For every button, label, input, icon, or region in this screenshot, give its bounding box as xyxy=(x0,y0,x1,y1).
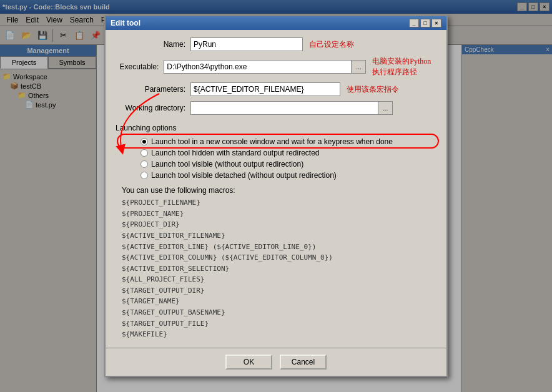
radio-unselected-2 xyxy=(140,160,148,168)
macro-item-5: ${ACTIVE_EDITOR_COLUMN} (${ACTIVE_EDITOR… xyxy=(122,252,436,263)
macro-item-2: ${PROJECT_DIR} xyxy=(122,219,436,230)
cancel-button[interactable]: Cancel xyxy=(280,355,327,370)
macro-item-3: ${ACTIVE_EDITOR_FILENAME} xyxy=(122,230,436,242)
parameters-label: Parameters: xyxy=(116,85,190,94)
macro-item-4: ${ACTIVE_EDITOR_LINE} (${ACTIVE_EDITOR_L… xyxy=(122,242,436,253)
ok-button[interactable]: OK xyxy=(225,355,272,370)
working-dir-input-group: ... xyxy=(190,101,436,115)
parameters-input[interactable] xyxy=(190,82,340,96)
name-input[interactable] xyxy=(190,37,303,51)
name-annotation: 自己设定名称 xyxy=(309,39,354,50)
name-label: Name: xyxy=(116,40,190,49)
radio-unselected-3 xyxy=(140,172,148,179)
name-row: Name: 自己设定名称 xyxy=(116,37,436,51)
dialog-title-text: Edit tool xyxy=(111,19,140,27)
macro-item-12: ${MAKEFILE} xyxy=(122,329,436,340)
working-dir-row: Working directory: ... xyxy=(116,101,436,115)
dialog-title-bar: Edit tool _ □ × xyxy=(106,16,446,30)
radio-unselected-1 xyxy=(140,149,148,157)
macro-item-1: ${PROJECT_NAME} xyxy=(122,208,436,220)
radio-label-3: Launch tool visible detached (without ou… xyxy=(151,171,337,180)
radio-label-2: Launch tool visible (without output redi… xyxy=(151,160,303,169)
executable-input[interactable] xyxy=(164,60,351,74)
executable-annotation: 电脑安装的Python执行程序路径 xyxy=(372,56,436,77)
macro-item-11: ${TARGET_OUTPUT_FILE} xyxy=(122,318,436,330)
dialog-footer: OK Cancel xyxy=(106,348,446,376)
dialog-maximize[interactable]: □ xyxy=(420,19,430,27)
parameters-row: Parameters: 使用该条宏指令 xyxy=(116,82,436,96)
working-dir-input[interactable] xyxy=(190,101,378,115)
macro-item-7: ${ALL_PROJECT_FILES} xyxy=(122,274,436,285)
main-window: *test.py - Code::Blocks svn build _ □ × … xyxy=(0,0,552,392)
macros-title: You can use the following macros: xyxy=(122,186,436,195)
executable-input-group: ... xyxy=(164,60,366,74)
macros-section: You can use the following macros: ${PROJ… xyxy=(116,186,436,340)
macro-item-6: ${ACTIVE_EDITOR_SELECTION} xyxy=(122,263,436,275)
dialog-close[interactable]: × xyxy=(431,19,441,27)
macro-item-10: ${TARGET_OUTPUT_BASENAME} xyxy=(122,307,436,318)
radio-label-0: Launch tool in a new console window and … xyxy=(151,137,393,146)
macros-list: ${PROJECT_FILENAME} ${PROJECT_NAME} ${PR… xyxy=(122,197,436,340)
launching-options-header: Launching options xyxy=(116,120,436,136)
dialog-title-buttons: _ □ × xyxy=(409,19,441,27)
radio-selected-indicator xyxy=(140,138,148,145)
radio-option-3[interactable]: Launch tool visible detached (without ou… xyxy=(122,170,436,181)
working-dir-label: Working directory: xyxy=(116,104,190,112)
macro-item-0: ${PROJECT_FILENAME} xyxy=(122,197,436,208)
macro-item-9: ${TARGET_NAME} xyxy=(122,296,436,307)
working-dir-browse-button[interactable]: ... xyxy=(378,101,393,115)
dialog-body: Name: 自己设定名称 Executable: ... 电脑安装的Python… xyxy=(106,30,446,348)
radio-label-1: Launch tool hidden with standard output … xyxy=(151,149,320,157)
radio-option-0: Launch tool in a new console window and … xyxy=(122,136,436,147)
modal-overlay: Edit tool _ □ × Name: 自己设定名称 Executable: xyxy=(0,0,552,392)
edit-tool-dialog: Edit tool _ □ × Name: 自己设定名称 Executable: xyxy=(104,15,448,377)
dialog-minimize[interactable]: _ xyxy=(409,19,419,27)
macro-item-8: ${TARGET_OUTPUT_DIR} xyxy=(122,285,436,296)
executable-browse-button[interactable]: ... xyxy=(351,60,366,74)
radio-option-2[interactable]: Launch tool visible (without output redi… xyxy=(122,159,436,170)
parameters-annotation: 使用该条宏指令 xyxy=(347,84,399,95)
radio-option-1[interactable]: Launch tool hidden with standard output … xyxy=(122,147,436,159)
executable-label: Executable: xyxy=(116,62,164,71)
executable-row: Executable: ... 电脑安装的Python执行程序路径 xyxy=(116,56,436,77)
